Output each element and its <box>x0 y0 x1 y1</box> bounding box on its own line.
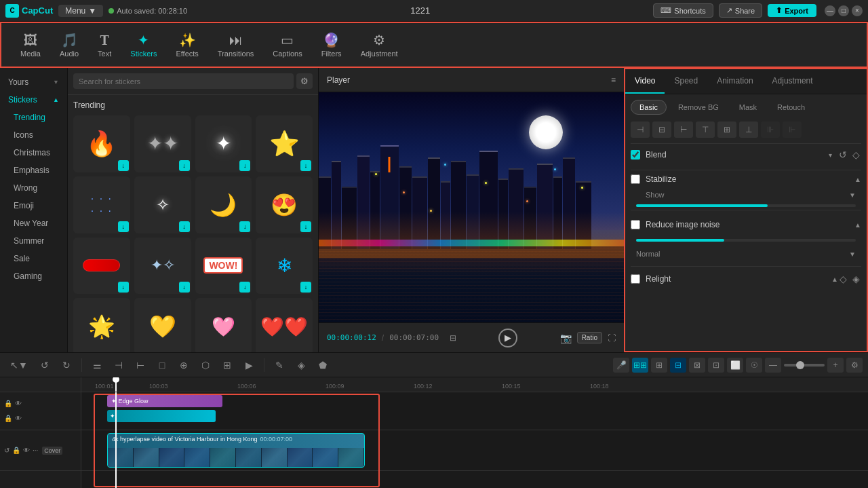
show-dropdown-icon[interactable]: ▼ <box>849 191 856 199</box>
tool-media[interactable]: 🖼 Media <box>12 29 49 62</box>
sticker-download-icon-11[interactable]: ↓ <box>239 282 250 293</box>
zoom-minus-btn[interactable]: — <box>765 358 781 373</box>
share-button[interactable]: ↗ Share <box>719 3 762 18</box>
duplicate-btn[interactable]: ⊕ <box>174 357 193 373</box>
sidebar-item-wrong[interactable]: Wrong <box>0 179 67 197</box>
lock-icon-video[interactable]: 🔒 <box>12 447 20 454</box>
sticker-fire[interactable]: 🔥 ↓ <box>73 115 130 172</box>
settings-btn[interactable]: ⚙ <box>846 358 863 373</box>
tool-effects[interactable]: ✨ Effects <box>167 28 206 62</box>
sticker-moon[interactable]: 🌙 ↓ <box>195 176 252 233</box>
align-left-btn[interactable]: ⊣ <box>631 121 650 138</box>
sticker-flower[interactable]: ❄ ↓ <box>256 238 313 295</box>
tl-btn-7[interactable]: ☉ <box>746 358 762 373</box>
sub-tab-retouch[interactable]: Retouch <box>768 100 814 115</box>
blend-diamond-btn[interactable]: ◇ <box>851 148 861 162</box>
sticker-download-icon-12[interactable]: ↓ <box>300 282 311 293</box>
sticker-star2[interactable]: 🌟 <box>73 298 130 352</box>
sticker-download-icon-2[interactable]: ↓ <box>179 160 190 171</box>
align-bottom-btn[interactable]: ⊥ <box>739 121 758 138</box>
sidebar-item-yours[interactable]: Yours ▼ <box>0 73 67 91</box>
relight-expand-icon[interactable]: ▲ <box>831 276 838 283</box>
tool-filters[interactable]: 🔮 Filters <box>313 28 350 62</box>
relight-diamond-btn[interactable]: ◇ <box>838 272 848 286</box>
sticker-sparkle[interactable]: ✦✦ ↓ <box>134 115 191 172</box>
crop-btn[interactable]: ⊢ <box>131 357 150 373</box>
play-button[interactable]: ▶ <box>498 329 517 348</box>
sticker-download-icon-10[interactable]: ↓ <box>179 282 190 293</box>
sticker-sparkle3[interactable]: ✦✧ ↓ <box>134 238 191 295</box>
tl-btn-6[interactable]: ⬜ <box>727 358 743 373</box>
sticker-download-icon-4[interactable]: ↓ <box>300 160 311 171</box>
blend-checkbox[interactable] <box>631 150 640 159</box>
select-tool-btn[interactable]: ↖▼ <box>5 357 33 373</box>
tool-audio[interactable]: 🎵 Audio <box>52 28 87 62</box>
zoom-slider[interactable] <box>784 364 825 367</box>
align-right-btn[interactable]: ⊢ <box>674 121 693 138</box>
minimize-button[interactable]: — <box>825 5 835 16</box>
sidebar-item-stickers[interactable]: Stickers ▲ <box>0 91 67 109</box>
export-button[interactable]: ⬆ Export <box>768 4 816 17</box>
reduce-noise-checkbox[interactable] <box>631 220 640 229</box>
lock-icon-2[interactable]: 🔒 <box>4 415 12 422</box>
split-btn[interactable]: ⚌ <box>87 357 106 373</box>
camera-icon[interactable]: 📷 <box>560 333 572 343</box>
close-button[interactable]: × <box>852 5 863 16</box>
sidebar-item-sale[interactable]: Sale <box>0 250 67 267</box>
player-menu-icon[interactable]: ≡ <box>611 75 616 85</box>
blend-expand-icon[interactable]: ▾ <box>829 151 832 159</box>
sidebar-item-christmas[interactable]: Christmas <box>0 144 67 162</box>
tl-btn-3[interactable]: ⊟ <box>670 358 686 373</box>
undo-btn[interactable]: ↺ <box>35 357 54 373</box>
tl-btn-1[interactable]: ⊞⊞ <box>632 358 648 373</box>
delete-clip-btn[interactable]: □ <box>153 357 172 373</box>
sticker-download-icon-3[interactable]: ↓ <box>239 160 250 171</box>
maximize-button[interactable]: □ <box>838 5 849 16</box>
sticker-download-icon-6[interactable]: ↓ <box>179 221 190 232</box>
sidebar-item-trending[interactable]: Trending <box>0 109 67 126</box>
sticker-red-hearts[interactable]: ❤️❤️ <box>256 298 313 352</box>
stickers-search-input[interactable] <box>73 73 294 89</box>
sticker-download-icon[interactable]: ↓ <box>118 160 129 171</box>
speed-btn[interactable]: ▶ <box>239 357 258 373</box>
timeline-toggle-icon[interactable]: ⊟ <box>450 333 456 343</box>
fullscreen-icon[interactable]: ⛶ <box>608 333 616 343</box>
blend-reset-btn[interactable]: ↺ <box>837 148 848 162</box>
edit-btn[interactable]: ✎ <box>270 357 289 373</box>
align-center-h-btn[interactable]: ⊟ <box>652 121 671 138</box>
stabilize-checkbox[interactable] <box>631 174 640 184</box>
sticker-download-icon-9[interactable]: ↓ <box>118 282 129 293</box>
relight-keyframe-btn[interactable]: ◈ <box>851 272 861 286</box>
tool-transitions[interactable]: ⏭ Transitions <box>210 29 262 62</box>
audio-btn[interactable]: 🎤 <box>613 358 629 373</box>
sidebar-item-gaming[interactable]: Gaming <box>0 267 67 285</box>
sticker-hearts[interactable]: 😍 ↓ <box>256 176 313 233</box>
sub-tab-mask[interactable]: Mask <box>730 100 766 115</box>
sticker-star[interactable]: ⭐ ↓ <box>256 115 313 172</box>
restore-icon[interactable]: ↺ <box>4 447 9 454</box>
sub-tab-basic[interactable]: Basic <box>631 100 667 115</box>
eye-icon-1[interactable]: 👁 <box>15 400 22 407</box>
sticker-glow[interactable]: ✦ ↓ <box>195 115 252 172</box>
more-icon-video[interactable]: ··· <box>33 447 38 454</box>
video-clip[interactable]: 4k hyperlapse video of Victoria Harbour … <box>107 433 365 468</box>
ratio-button[interactable]: Ratio <box>577 332 602 343</box>
eye-icon-2[interactable]: 👁 <box>15 415 22 422</box>
align-center-v-btn[interactable]: ⊞ <box>717 121 736 138</box>
menu-button[interactable]: Menu ▼ <box>58 5 103 17</box>
tool-stickers[interactable]: ✦ Stickers <box>122 28 165 62</box>
reduce-noise-collapse-icon[interactable]: ▲ <box>854 221 861 229</box>
mask-btn[interactable]: ◈ <box>292 357 311 373</box>
tool-text[interactable]: T Text <box>90 29 119 62</box>
sticker-wow[interactable]: WOW! ↓ <box>195 238 252 295</box>
zoom-plus-btn[interactable]: + <box>827 358 844 373</box>
shortcuts-button[interactable]: ⌨ Shortcuts <box>653 3 713 18</box>
keyframe-btn[interactable]: ⬟ <box>313 357 332 373</box>
tool-adjustment[interactable]: ⚙ Adjustment <box>353 28 406 62</box>
sticker-dots[interactable]: · · ·· · · ↓ <box>73 176 130 233</box>
eye-icon-video[interactable]: 👁 <box>23 447 30 454</box>
sticker-download-icon-5[interactable]: ↓ <box>118 221 129 232</box>
freeze-btn[interactable]: ⊞ <box>218 357 237 373</box>
lock-icon-1[interactable]: 🔒 <box>4 400 12 407</box>
sidebar-item-emoji[interactable]: Emoji <box>0 197 67 214</box>
